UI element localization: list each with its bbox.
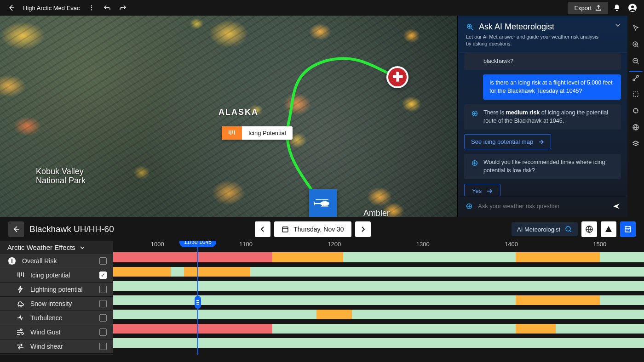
overflow-menu-icon[interactable]	[85, 1, 98, 15]
axis-tick: 1000	[151, 241, 164, 248]
prev-day-button[interactable]	[255, 221, 270, 237]
view-alert-button[interactable]	[601, 221, 616, 237]
risk-row-label: Wind shear	[30, 343, 63, 350]
send-icon[interactable]	[613, 203, 620, 210]
area-tool-icon[interactable]	[629, 87, 643, 101]
svg-point-1	[91, 7, 92, 8]
risk-row-shear[interactable]: Wind shear	[0, 339, 113, 353]
risk-row-checkbox[interactable]	[99, 314, 107, 322]
risk-row-checkbox[interactable]	[99, 343, 107, 350]
risk-row-checkbox[interactable]	[99, 286, 107, 293]
svg-point-24	[566, 226, 570, 231]
topbar: High Arctic Med Evac Export	[0, 0, 644, 16]
svg-rect-7	[315, 203, 322, 204]
risk-row-lightning[interactable]: Lightning potential	[0, 283, 113, 296]
risk-segment	[184, 267, 250, 277]
map-canvas[interactable]: ALASKA Kobuk Valley National Park Ambler…	[0, 16, 457, 217]
turbulence-icon	[16, 314, 25, 322]
layer-chip-icing[interactable]: Icing Potential	[222, 126, 293, 140]
risk-row-checkbox[interactable]	[99, 272, 107, 279]
export-button[interactable]: Export	[568, 2, 608, 14]
ai-meteorologist-pill[interactable]: AI Meteorologist	[512, 222, 578, 236]
document-title: High Arctic Med Evac	[23, 5, 80, 11]
zoom-in-icon[interactable]	[629, 38, 643, 51]
axis-tick: 1200	[328, 241, 341, 248]
timeline-lane	[113, 336, 644, 350]
redo-icon[interactable]	[116, 1, 130, 15]
collapse-panel-icon[interactable]	[615, 22, 621, 28]
risk-row-icing[interactable]: Icing potential	[0, 268, 113, 282]
timeline-lane	[113, 279, 644, 293]
shear-icon	[16, 342, 25, 351]
risk-row-gust[interactable]: Wind Gust	[0, 325, 113, 339]
account-icon[interactable]	[626, 1, 639, 15]
svg-rect-10	[322, 205, 323, 206]
playhead-grip-icon[interactable]	[195, 296, 201, 309]
risk-segment	[113, 310, 316, 319]
undo-icon[interactable]	[100, 1, 114, 15]
svg-rect-29	[12, 262, 12, 263]
playhead-label: 11/30 1045	[179, 241, 216, 247]
svg-rect-23	[282, 227, 288, 232]
risk-row-checkbox[interactable]	[99, 300, 107, 307]
category-dropdown[interactable]: Arctic Weather Effects	[0, 241, 113, 254]
chevron-down-icon	[79, 244, 86, 251]
risk-segment	[352, 310, 644, 319]
risk-row-label: Lightning potential	[30, 286, 83, 293]
risk-timeline[interactable]: 100011001200130014001500 11/30 1045	[113, 241, 644, 355]
globe-tool-icon[interactable]	[629, 120, 643, 134]
layers-tool-icon[interactable]	[629, 137, 643, 151]
icing-icon	[16, 271, 25, 279]
risk-row-turbulence[interactable]: Turbulence	[0, 311, 113, 325]
ai-avatar-icon	[471, 109, 479, 118]
svg-rect-26	[625, 226, 631, 232]
ai-avatar-icon	[471, 159, 479, 167]
see-icing-map-button[interactable]: See icing potential map	[464, 134, 551, 149]
notifications-icon[interactable]	[610, 1, 624, 15]
risk-row-label: Turbulence	[30, 314, 63, 322]
back-icon[interactable]	[5, 1, 18, 15]
destination-medical-marker[interactable]: ✚	[386, 66, 408, 88]
date-navigator: Thursday, Nov 30	[255, 221, 370, 237]
timeline-toolbar: Blackhawk UH/HH-60 Thursday, Nov 30 AI M…	[0, 217, 644, 241]
yes-button[interactable]: Yes	[464, 184, 500, 196]
risk-row-checkbox[interactable]	[99, 257, 107, 265]
risk-segment	[600, 295, 644, 305]
risk-row-overall[interactable]: Overall Risk	[0, 254, 113, 268]
risk-segment	[113, 267, 171, 277]
risk-segment	[316, 310, 352, 319]
map-tool-rail	[627, 16, 644, 217]
timeline-lane	[113, 265, 644, 279]
svg-point-4	[631, 6, 634, 8]
cursor-tool-icon[interactable]	[629, 21, 643, 35]
risk-segment	[272, 324, 516, 334]
timeline-lane	[113, 293, 644, 307]
ai-input-icon	[465, 202, 473, 210]
next-day-button[interactable]	[355, 221, 371, 237]
svg-rect-8	[314, 202, 315, 205]
risk-row-checkbox[interactable]	[99, 328, 107, 336]
timeline-back-button[interactable]	[8, 221, 24, 237]
risk-row-snow[interactable]: Snow intensity	[0, 297, 113, 311]
view-globe-button[interactable]	[581, 221, 597, 237]
risk-segment	[600, 252, 644, 262]
ai-pill-icon	[565, 226, 572, 233]
zoom-out-icon[interactable]	[629, 54, 643, 68]
helicopter-icon	[313, 198, 333, 208]
view-timeline-button[interactable]	[620, 221, 636, 237]
risk-segment	[516, 295, 600, 305]
risk-segment	[343, 252, 516, 262]
layer-chip-label: Icing Potential	[242, 126, 293, 140]
svg-rect-20	[633, 92, 638, 96]
axis-tick: 1500	[593, 241, 606, 248]
main-area: ALASKA Kobuk Valley National Park Ambler…	[0, 16, 644, 217]
timeline-lane	[113, 322, 644, 336]
date-picker-button[interactable]: Thursday, Nov 30	[274, 221, 351, 237]
measure-tool-icon[interactable]	[629, 104, 643, 118]
chat-message-user-prev: blackhawk?	[464, 53, 621, 70]
ai-question-input[interactable]	[478, 203, 608, 209]
timeline-playhead[interactable]: 11/30 1045	[197, 241, 198, 355]
svg-rect-28	[12, 259, 12, 262]
aircraft-marker[interactable]	[309, 189, 337, 217]
route-tool-icon[interactable]	[629, 71, 643, 85]
